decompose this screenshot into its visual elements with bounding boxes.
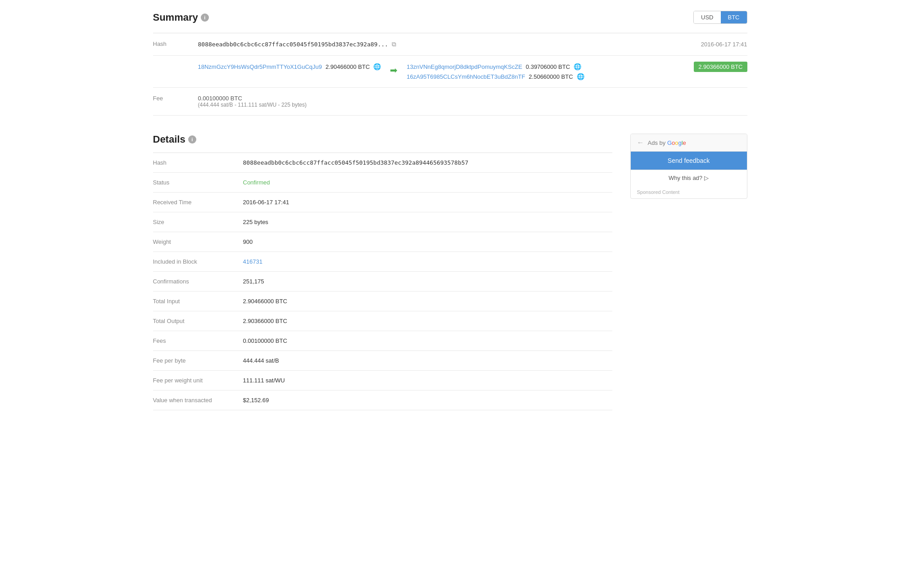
details-row-label: Confirmations bbox=[153, 278, 243, 285]
summary-title: Summary i bbox=[153, 12, 209, 23]
hash-label: Hash bbox=[153, 40, 198, 47]
details-row: Fee per byte444.444 sat/B bbox=[153, 351, 612, 371]
sponsored-content: Sponsored Content bbox=[631, 186, 747, 198]
details-row: Weight900 bbox=[153, 232, 612, 252]
arrow-right-icon: ➡ bbox=[390, 65, 398, 76]
tx-inputs: 18NzmGzcY9HsWsQdr5PmmTTYoX1GuCqJu9 2.904… bbox=[198, 63, 381, 70]
fee-content: 0.00100000 BTC (444.444 sat/B - 111.111 … bbox=[198, 95, 747, 108]
output-amount-1: 0.39706000 BTC bbox=[526, 63, 570, 70]
details-row: Total Output2.90366000 BTC bbox=[153, 311, 612, 331]
fee-details: (444.444 sat/B - 111.111 sat/WU - 225 by… bbox=[198, 102, 307, 108]
ads-by-label: Ads by Google bbox=[648, 139, 686, 146]
tx-flow-row: 18NzmGzcY9HsWsQdr5PmmTTYoX1GuCqJu9 2.904… bbox=[153, 56, 747, 88]
currency-toggle: USD BTC bbox=[693, 11, 747, 24]
details-row-value: 444.444 sat/B bbox=[243, 357, 612, 364]
output-globe-icon-1: 🌐 bbox=[574, 63, 581, 70]
tx-output-item-1: 13znVNnEg8qmorjD8dktpdPomuymqKScZE 0.397… bbox=[407, 63, 584, 70]
tx-flow: 18NzmGzcY9HsWsQdr5PmmTTYoX1GuCqJu9 2.904… bbox=[198, 63, 747, 80]
usd-button[interactable]: USD bbox=[694, 11, 720, 23]
tx-input-item: 18NzmGzcY9HsWsQdr5PmmTTYoX1GuCqJu9 2.904… bbox=[198, 63, 381, 70]
details-row-label: Hash bbox=[153, 159, 243, 166]
details-row: Fee per weight unit111.111 sat/WU bbox=[153, 371, 612, 391]
details-row-label: Fee per weight unit bbox=[153, 377, 243, 384]
details-row-label: Fees bbox=[153, 337, 243, 344]
output-address-link-2[interactable]: 16zA95T6985CLCsYm6hNocbET3uBdZ8nTF bbox=[407, 73, 525, 80]
summary-table: Hash 8088eeadbb0c6cbc6cc87ffacc05045f501… bbox=[153, 33, 747, 116]
details-row-label: Size bbox=[153, 219, 243, 225]
ads-by-text: Ads by bbox=[648, 139, 666, 146]
summary-title-text: Summary bbox=[153, 12, 198, 23]
details-row-value: Confirmed bbox=[243, 179, 612, 186]
input-amount: 2.90466000 BTC bbox=[326, 63, 370, 70]
details-row-label: Total Input bbox=[153, 298, 243, 305]
copy-icon[interactable]: ⧉ bbox=[392, 40, 396, 48]
hash-content: 8088eeadbb0c6cbc6cc87ffacc05045f50195bd3… bbox=[198, 40, 657, 48]
tx-output-item-2: 16zA95T6985CLCsYm6hNocbET3uBdZ8nTF 2.506… bbox=[407, 73, 584, 80]
details-row-value: 0.00100000 BTC bbox=[243, 337, 612, 344]
output-globe-icon-2: 🌐 bbox=[577, 73, 584, 80]
details-row: Value when transacted$2,152.69 bbox=[153, 391, 612, 410]
details-row-value[interactable]: 416731 bbox=[243, 258, 612, 265]
btc-button[interactable]: BTC bbox=[721, 11, 747, 23]
summary-hash-row: Hash 8088eeadbb0c6cbc6cc87ffacc05045f501… bbox=[153, 33, 747, 56]
summary-info-icon[interactable]: i bbox=[201, 13, 209, 22]
details-title-text: Details bbox=[153, 134, 185, 145]
output-address-link-1[interactable]: 13znVNnEg8qmorjD8dktpdPomuymqKScZE bbox=[407, 63, 522, 70]
timestamp-container: 2016-06-17 17:41 bbox=[657, 40, 747, 48]
details-row: Total Input2.90466000 BTC bbox=[153, 292, 612, 311]
fee-btc: 0.00100000 BTC bbox=[198, 95, 307, 102]
details-row: Included in Block416731 bbox=[153, 252, 612, 272]
why-this-ad-text: Why this ad? bbox=[669, 175, 702, 181]
details-row-value: 2.90366000 BTC bbox=[243, 318, 612, 324]
details-row: Confirmations251,175 bbox=[153, 272, 612, 292]
details-row-label: Fee per byte bbox=[153, 357, 243, 364]
input-address-link[interactable]: 18NzmGzcY9HsWsQdr5PmmTTYoX1GuCqJu9 bbox=[198, 63, 322, 70]
total-output-badge: 2.90366000 BTC bbox=[694, 62, 747, 72]
details-row: Fees0.00100000 BTC bbox=[153, 331, 612, 351]
fee-row: Fee 0.00100000 BTC (444.444 sat/B - 111.… bbox=[153, 88, 747, 116]
timestamp: 2016-06-17 17:41 bbox=[701, 41, 747, 48]
details-row-value: 225 bytes bbox=[243, 219, 612, 225]
details-header: Details i bbox=[153, 134, 612, 145]
details-row-value: 900 bbox=[243, 238, 612, 245]
details-row-label: Received Time bbox=[153, 199, 243, 206]
output-amount-2: 2.50660000 BTC bbox=[529, 73, 573, 80]
send-feedback-button[interactable]: Send feedback bbox=[631, 152, 747, 170]
details-row-label: Total Output bbox=[153, 318, 243, 324]
google-logo: Google bbox=[667, 139, 686, 146]
details-row-label: Included in Block bbox=[153, 258, 243, 265]
details-row-value: 8088eeadbb0c6cbc6cc87ffacc05045f50195bd3… bbox=[243, 159, 612, 166]
details-main: Details i Hash8088eeadbb0c6cbc6cc87ffacc… bbox=[153, 134, 612, 410]
details-info-icon[interactable]: i bbox=[188, 135, 196, 144]
play-icon: ▷ bbox=[704, 175, 709, 181]
details-section: Details i Hash8088eeadbb0c6cbc6cc87ffacc… bbox=[153, 134, 747, 410]
why-this-ad[interactable]: Why this ad? ▷ bbox=[631, 170, 747, 186]
details-table: Hash8088eeadbb0c6cbc6cc87ffacc05045f5019… bbox=[153, 153, 612, 410]
ads-header: ← Ads by Google bbox=[631, 134, 747, 152]
details-row-value: 111.111 sat/WU bbox=[243, 377, 612, 384]
total-output-container: 2.90366000 BTC bbox=[694, 63, 747, 70]
ads-panel: ← Ads by Google Send feedback Why this a… bbox=[630, 134, 747, 199]
details-row: Hash8088eeadbb0c6cbc6cc87ffacc05045f5019… bbox=[153, 153, 612, 173]
details-row: StatusConfirmed bbox=[153, 173, 612, 193]
details-row-label: Weight bbox=[153, 238, 243, 245]
ads-back-arrow[interactable]: ← bbox=[637, 139, 644, 147]
details-row-value: 2.90466000 BTC bbox=[243, 298, 612, 305]
details-row-value: 251,175 bbox=[243, 278, 612, 285]
details-sidebar: ← Ads by Google Send feedback Why this a… bbox=[630, 134, 747, 410]
details-row: Received Time2016-06-17 17:41 bbox=[153, 193, 612, 212]
hash-value: 8088eeadbb0c6cbc6cc87ffacc05045f50195bd3… bbox=[198, 41, 389, 48]
details-row: Size225 bytes bbox=[153, 212, 612, 232]
details-row-value: $2,152.69 bbox=[243, 397, 612, 404]
input-globe-icon: 🌐 bbox=[373, 63, 381, 70]
fee-label: Fee bbox=[153, 95, 198, 102]
details-row-label: Value when transacted bbox=[153, 397, 243, 404]
details-row-value: 2016-06-17 17:41 bbox=[243, 199, 612, 206]
tx-outputs: 13znVNnEg8qmorjD8dktpdPomuymqKScZE 0.397… bbox=[407, 63, 584, 80]
details-row-label: Status bbox=[153, 179, 243, 186]
